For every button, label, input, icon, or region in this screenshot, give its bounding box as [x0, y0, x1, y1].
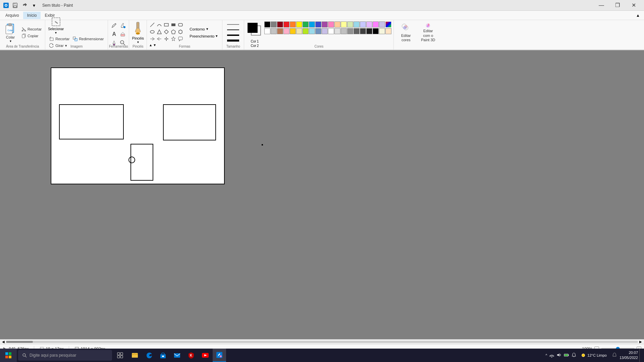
weather-info[interactable]: 12°C Limpo — [578, 353, 609, 358]
color-white2[interactable] — [328, 28, 334, 34]
color-lightpurple[interactable] — [379, 21, 385, 27]
color-black2[interactable] — [373, 28, 379, 34]
taskbar-youtube[interactable] — [199, 349, 212, 362]
customize-icon[interactable]: ▾ — [30, 2, 38, 9]
color1-swatch[interactable] — [248, 23, 258, 33]
taskbar-antivirus[interactable]: K — [184, 349, 198, 362]
shape-hexagon[interactable] — [177, 28, 184, 35]
color-lightgreen[interactable] — [347, 21, 353, 27]
tray-expand[interactable]: ^ — [545, 353, 547, 357]
shape-arrow-r[interactable] — [149, 36, 156, 42]
color-cyan[interactable] — [309, 21, 315, 27]
taskbar-edge[interactable] — [142, 349, 156, 362]
color-lightgray[interactable] — [271, 28, 277, 34]
color-skyblue[interactable] — [309, 28, 315, 34]
recortar-img-button[interactable]: Recortar — [48, 36, 71, 42]
color-lime[interactable] — [303, 28, 309, 34]
taskbar-explorer[interactable] — [128, 349, 142, 362]
taskbar-notification[interactable] — [611, 353, 618, 358]
eraser-tool[interactable] — [119, 30, 127, 38]
minimize-button[interactable]: — — [594, 0, 609, 11]
shape-ellipse[interactable] — [149, 28, 156, 35]
shape-star5[interactable] — [170, 36, 177, 42]
contorno-dropdown[interactable]: Contorno ▾ — [187, 26, 220, 32]
color-brown[interactable] — [277, 28, 283, 34]
color-darker[interactable] — [360, 28, 366, 34]
undo-quick-icon[interactable] — [21, 2, 28, 9]
shape-triangle[interactable] — [156, 28, 163, 35]
cor1-label[interactable]: Cor 1 — [251, 40, 259, 43]
color-green[interactable] — [303, 21, 309, 27]
color-lightpink[interactable] — [283, 28, 289, 34]
color-magenta[interactable] — [373, 21, 379, 27]
copiar-button[interactable]: Copiar — [20, 33, 43, 39]
color-pink[interactable] — [328, 21, 334, 27]
paste-button[interactable]: Colar Colar ▾ — [2, 21, 19, 44]
notification-icon[interactable] — [571, 352, 577, 359]
color-red[interactable] — [283, 21, 289, 27]
shape-line[interactable] — [149, 21, 156, 28]
text-tool[interactable]: A — [110, 30, 118, 38]
menu-inicio[interactable]: Início — [23, 12, 41, 19]
color-peach[interactable] — [334, 21, 340, 27]
show-desktop[interactable] — [639, 349, 641, 362]
size-1[interactable] — [226, 22, 240, 26]
canvas-container[interactable] — [0, 50, 644, 339]
edit-colors-button[interactable]: Editar cores — [396, 21, 416, 44]
recortar-button[interactable]: Recortar — [20, 26, 43, 32]
fill-tool[interactable] — [119, 21, 127, 29]
menu-arquivo[interactable]: Arquivo — [1, 12, 23, 19]
color-yellow[interactable] — [296, 21, 302, 27]
color-beige[interactable] — [379, 28, 385, 34]
size-4[interactable] — [226, 39, 240, 43]
shape-arrow-l[interactable] — [156, 36, 163, 42]
color-gray[interactable] — [271, 21, 277, 27]
color-white[interactable] — [264, 28, 270, 34]
battery-icon[interactable] — [564, 352, 569, 359]
size-2[interactable] — [226, 28, 240, 32]
shape-diamond[interactable] — [163, 28, 170, 35]
network-icon[interactable] — [549, 352, 554, 359]
close-button[interactable]: ✕ — [626, 0, 641, 11]
color-steelblue[interactable] — [315, 28, 321, 34]
shape-pentagon[interactable] — [170, 28, 177, 35]
color-lightblue[interactable] — [360, 21, 366, 27]
color-cream[interactable] — [296, 28, 302, 34]
color-midgray[interactable] — [347, 28, 353, 34]
preenchimento-dropdown[interactable]: Preenchimento ▾ — [187, 33, 220, 39]
shape-curve[interactable] — [156, 21, 163, 28]
color-nearblack[interactable] — [366, 28, 372, 34]
shape-callout[interactable] — [177, 36, 184, 42]
volume-icon[interactable] — [556, 352, 562, 359]
taskbar-store[interactable] — [156, 349, 170, 362]
color-darkred[interactable] — [277, 21, 283, 27]
shape-rect-outline[interactable] — [163, 21, 170, 28]
color-periwinkle[interactable] — [322, 28, 328, 34]
shape-star4[interactable] — [163, 36, 170, 42]
hscrollbar[interactable]: ◀ ▶ — [0, 339, 644, 344]
color-lightcyan[interactable] — [354, 21, 360, 27]
brush-button[interactable]: Pincéis ▾ — [132, 21, 144, 44]
scroll-left[interactable]: ◀ — [1, 340, 5, 344]
hscroll-thumb[interactable] — [6, 341, 33, 343]
color-purple[interactable] — [322, 21, 328, 27]
color-silver[interactable] — [341, 28, 347, 34]
color-lavender[interactable] — [366, 21, 372, 27]
selecionar-button[interactable]: Selecionar ▾ — [48, 16, 64, 35]
color-blue[interactable] — [315, 21, 321, 27]
taskbar-mail[interactable] — [170, 349, 184, 362]
color-darkgray[interactable] — [354, 28, 360, 34]
maximize-button[interactable]: ❐ — [610, 0, 625, 11]
save-quick-icon[interactable] — [11, 2, 19, 9]
color-black[interactable] — [264, 21, 270, 27]
taskbar-paint-active[interactable] — [213, 349, 226, 362]
paint-canvas[interactable] — [50, 67, 225, 184]
shape-rounded-rect[interactable] — [177, 21, 184, 28]
color-bisque[interactable] — [385, 28, 391, 34]
color-lightgray2[interactable] — [334, 28, 340, 34]
color-gold[interactable] — [290, 28, 296, 34]
edit-paint3d-button[interactable]: Editar com o Paint 3D — [418, 21, 438, 44]
taskview-button[interactable] — [113, 349, 127, 362]
color-lightyellow[interactable] — [341, 21, 347, 27]
search-box[interactable]: Digite aqui para pesquisar — [18, 350, 112, 361]
